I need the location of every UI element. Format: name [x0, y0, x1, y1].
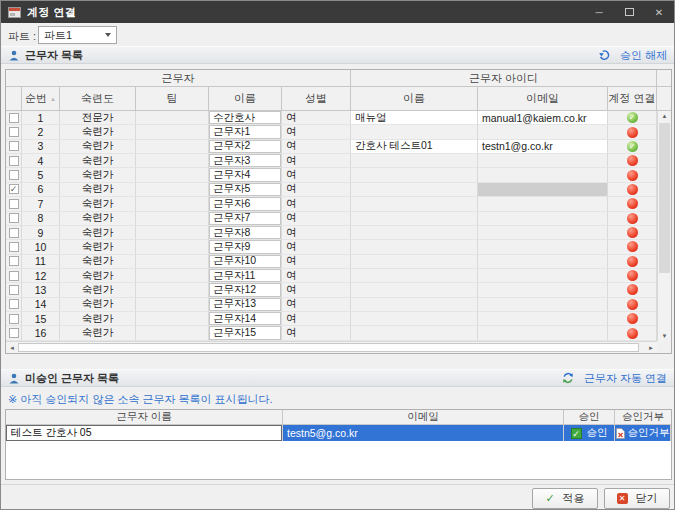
cell-id-name[interactable]	[351, 269, 478, 283]
reject-button[interactable]: 승인거부	[615, 425, 671, 441]
cell-id-name[interactable]	[351, 240, 478, 254]
cell-account-status[interactable]	[608, 326, 657, 340]
scroll-right-icon[interactable]: ►	[648, 343, 654, 353]
cell-name[interactable]: 근무자13	[209, 298, 282, 312]
cell-id-name[interactable]: 매뉴얼	[351, 111, 478, 125]
cell-id-email[interactable]	[478, 255, 608, 269]
approve-cell[interactable]: ✓ 승인	[564, 425, 615, 441]
cell-skill[interactable]: 숙련가	[60, 212, 136, 226]
cell-name[interactable]: 근무자11	[209, 269, 282, 283]
part-combobox[interactable]: 파트1	[38, 26, 117, 44]
vertical-scrollbar[interactable]: ▲ ▼	[657, 111, 671, 341]
cell-account-status[interactable]	[608, 298, 657, 312]
cell-id-name[interactable]	[351, 212, 478, 226]
cell-name[interactable]: 근무자7	[209, 212, 282, 226]
cell-team[interactable]	[136, 255, 209, 269]
cell-team[interactable]	[136, 183, 209, 197]
cell-id-email[interactable]	[478, 125, 608, 139]
scroll-up-icon[interactable]: ▲	[658, 113, 671, 119]
cell-team[interactable]	[136, 269, 209, 283]
column-header-account-link[interactable]: 계정 연결	[608, 87, 657, 111]
cell-id-name[interactable]	[351, 168, 478, 182]
cell-seq[interactable]: 14	[22, 298, 60, 312]
cell-skill[interactable]: 숙련가	[60, 183, 136, 197]
scroll-down-icon[interactable]: ▼	[658, 333, 671, 339]
cell-name[interactable]: 근무자4	[209, 168, 282, 182]
cell-skill[interactable]: 숙련가	[60, 298, 136, 312]
cell-id-email[interactable]	[478, 298, 608, 312]
auto-link-button[interactable]: 근무자 자동 연결	[554, 371, 667, 386]
cell-skill[interactable]: 숙련가	[60, 283, 136, 297]
cell-gender[interactable]: 여	[282, 154, 351, 168]
cell-name[interactable]: 근무자10	[209, 255, 282, 269]
cell-name[interactable]: 근무자6	[209, 197, 282, 211]
cell-seq[interactable]: 7	[22, 197, 60, 211]
cell-id-name[interactable]: 간호사 테스트01	[351, 140, 478, 154]
cell-id-name[interactable]	[351, 283, 478, 297]
row-checkbox[interactable]	[9, 228, 19, 238]
row-checkbox[interactable]	[9, 199, 19, 209]
close-button[interactable]: ✕	[644, 1, 674, 23]
cell-gender[interactable]: 여	[282, 197, 351, 211]
cell-id-email[interactable]	[478, 168, 608, 182]
column-header-reject[interactable]: 승인거부	[615, 410, 671, 425]
cell-seq[interactable]: 9	[22, 226, 60, 240]
cell-team[interactable]	[136, 226, 209, 240]
column-header-skill[interactable]: 숙련도	[60, 87, 136, 111]
cell-name[interactable]: 근무자5	[209, 183, 282, 197]
row-checkbox[interactable]	[9, 127, 19, 137]
cell-seq[interactable]: 13	[22, 283, 60, 297]
row-checkbox[interactable]	[9, 242, 19, 252]
row-checkbox[interactable]	[9, 271, 19, 281]
cell-seq[interactable]: 11	[22, 255, 60, 269]
cell-team[interactable]	[136, 140, 209, 154]
row-checkbox[interactable]	[9, 113, 19, 123]
cell-name[interactable]: 근무자12	[209, 283, 282, 297]
column-header-gender[interactable]: 성별	[282, 87, 351, 111]
column-header-seq[interactable]: 순번 ▲	[22, 87, 60, 111]
cell-seq[interactable]: 3	[22, 140, 60, 154]
cell-team[interactable]	[136, 240, 209, 254]
cell-seq[interactable]: 16	[22, 326, 60, 340]
cell-gender[interactable]: 여	[282, 298, 351, 312]
row-checkbox[interactable]	[9, 170, 19, 180]
cell-account-status[interactable]	[608, 197, 657, 211]
cell-account-status[interactable]: ✓	[608, 140, 657, 154]
cell-account-status[interactable]	[608, 183, 657, 197]
row-checkbox[interactable]	[9, 314, 19, 324]
unlink-approval-button[interactable]: 승인 해제	[591, 48, 667, 63]
cell-account-status[interactable]	[608, 240, 657, 254]
worker-name-input[interactable]	[6, 425, 282, 441]
cell-team[interactable]	[136, 312, 209, 326]
cell-account-status[interactable]: ✓	[608, 111, 657, 125]
row-checkbox[interactable]	[9, 141, 19, 151]
row-checkbox[interactable]	[9, 328, 19, 338]
cell-id-email[interactable]	[478, 183, 608, 197]
cell-name[interactable]: 근무자14	[209, 312, 282, 326]
cell-gender[interactable]: 여	[282, 125, 351, 139]
cell-account-status[interactable]	[608, 168, 657, 182]
cell-team[interactable]	[136, 197, 209, 211]
column-header-id-email[interactable]: 이메일	[478, 87, 608, 111]
cell-skill[interactable]: 숙련가	[60, 197, 136, 211]
cell-team[interactable]	[136, 326, 209, 340]
column-header-name[interactable]: 이름	[209, 87, 282, 111]
cell-skill[interactable]: 숙련가	[60, 168, 136, 182]
cell-team[interactable]	[136, 283, 209, 297]
cell-seq[interactable]: 2	[22, 125, 60, 139]
cell-id-name[interactable]	[351, 255, 478, 269]
cell-name[interactable]: 근무자3	[209, 154, 282, 168]
cell-skill[interactable]: 숙련가	[60, 255, 136, 269]
cell-id-email[interactable]	[478, 154, 608, 168]
cell-id-email[interactable]	[478, 326, 608, 340]
cell-id-name[interactable]	[351, 226, 478, 240]
cell-seq[interactable]: 4	[22, 154, 60, 168]
cell-team[interactable]	[136, 125, 209, 139]
horizontal-scrollbar-thumb[interactable]	[18, 343, 639, 352]
cell-skill[interactable]: 숙련가	[60, 154, 136, 168]
minimize-button[interactable]: ─	[584, 1, 614, 23]
cell-skill[interactable]: 숙련가	[60, 326, 136, 340]
cell-id-email[interactable]	[478, 212, 608, 226]
column-header-approve[interactable]: 승인	[564, 410, 615, 425]
cell-id-email[interactable]	[478, 240, 608, 254]
